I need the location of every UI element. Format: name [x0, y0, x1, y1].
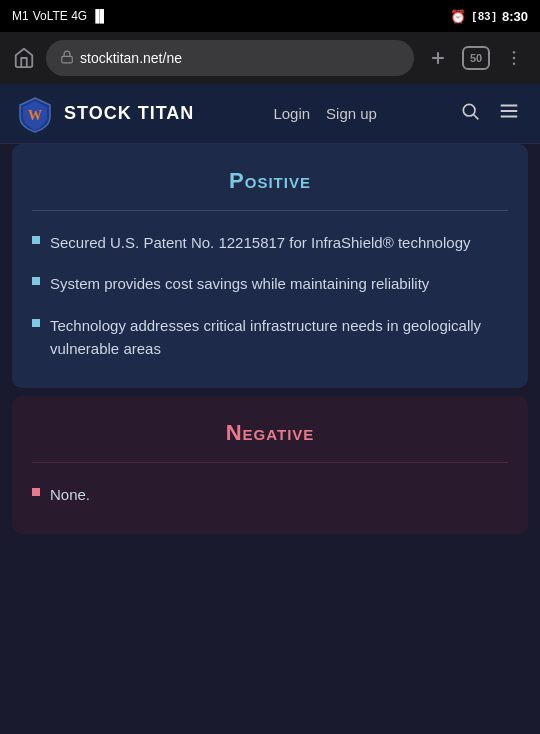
nav-icons [456, 96, 524, 131]
tab-count-badge[interactable]: 50 [462, 46, 490, 70]
positive-bullet-text-2: System provides cost savings while maint… [50, 272, 429, 295]
svg-point-4 [513, 57, 516, 60]
svg-point-5 [513, 63, 516, 66]
search-button[interactable] [456, 97, 484, 130]
svg-text:W: W [28, 108, 42, 123]
positive-card-title: Positive [32, 168, 508, 194]
positive-divider [32, 210, 508, 211]
signup-link[interactable]: Sign up [326, 105, 377, 122]
logo-text: STOCK TITAN [64, 103, 194, 124]
positive-bullet-2: System provides cost savings while maint… [32, 272, 508, 295]
positive-card: Positive Secured U.S. Patent No. 1221581… [12, 144, 528, 388]
positive-bullet-list: Secured U.S. Patent No. 12215817 for Inf… [32, 231, 508, 360]
hamburger-menu-button[interactable] [494, 96, 524, 131]
status-right: ⏰ [83] 8:30 [450, 9, 528, 24]
browser-actions: 50 [422, 42, 530, 74]
battery-icon: [83] [472, 10, 496, 22]
logo-section: W STOCK TITAN [16, 95, 194, 133]
negative-divider [32, 462, 508, 463]
alarm-icon: ⏰ [450, 9, 466, 24]
login-link[interactable]: Login [273, 105, 310, 122]
url-text: stocktitan.net/ne [80, 50, 182, 66]
positive-bullet-text-3: Technology addresses critical infrastruc… [50, 314, 508, 361]
positive-bullet-3: Technology addresses critical infrastruc… [32, 314, 508, 361]
new-tab-button[interactable] [422, 42, 454, 74]
negative-card: Negative None. [12, 396, 528, 534]
logo-icon: W [16, 95, 54, 133]
bullet-square-icon-2 [32, 277, 40, 285]
negative-bullet-list: None. [32, 483, 508, 506]
main-content: Positive Secured U.S. Patent No. 1221581… [0, 144, 540, 734]
svg-rect-0 [62, 56, 73, 62]
time-display: 8:30 [502, 9, 528, 24]
browser-bar: stocktitan.net/ne 50 [0, 32, 540, 84]
positive-bullet-1: Secured U.S. Patent No. 12215817 for Inf… [32, 231, 508, 254]
status-left: M1 VoLTE 4G ▐▌ [12, 9, 108, 23]
carrier-text: M1 [12, 9, 29, 23]
bullet-square-icon-3 [32, 319, 40, 327]
negative-bullet-text-1: None. [50, 483, 90, 506]
negative-bullet-1: None. [32, 483, 508, 506]
status-bar: M1 VoLTE 4G ▐▌ ⏰ [83] 8:30 [0, 0, 540, 32]
home-icon[interactable] [10, 44, 38, 72]
address-bar[interactable]: stocktitan.net/ne [46, 40, 414, 76]
positive-bullet-text-1: Secured U.S. Patent No. 12215817 for Inf… [50, 231, 470, 254]
network-type: VoLTE 4G [33, 9, 87, 23]
svg-line-8 [474, 115, 479, 120]
bullet-square-icon-1 [32, 236, 40, 244]
more-menu-button[interactable] [498, 42, 530, 74]
negative-card-title: Negative [32, 420, 508, 446]
site-security-icon [60, 50, 74, 67]
svg-point-7 [463, 104, 475, 116]
svg-point-3 [513, 51, 516, 54]
bullet-square-neg-icon-1 [32, 488, 40, 496]
signal-icon: ▐▌ [91, 9, 108, 23]
site-header: W STOCK TITAN Login Sign up [0, 84, 540, 144]
nav-links: Login Sign up [273, 105, 377, 122]
